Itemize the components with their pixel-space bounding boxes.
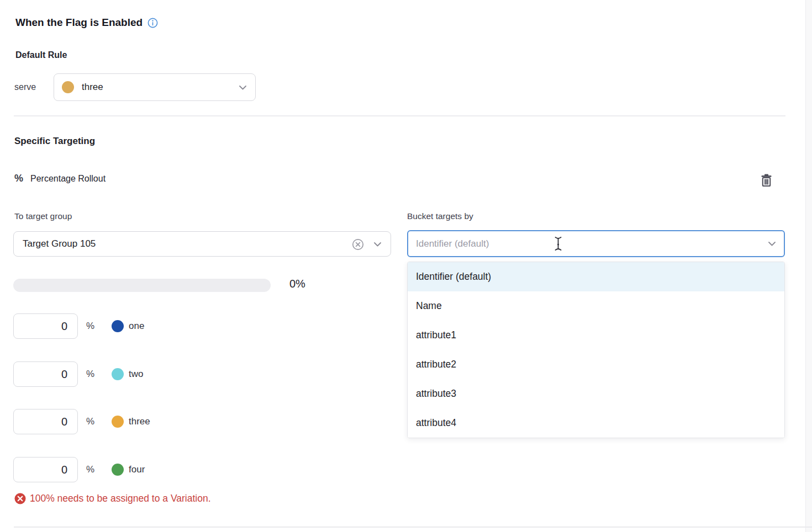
variation-name-label: four xyxy=(129,464,145,475)
menu-item-attribute2[interactable]: attribute2 xyxy=(408,350,784,379)
default-rule-label: Default Rule xyxy=(15,50,67,60)
variation-color-dot xyxy=(112,368,124,380)
percentage-rollout-title: Percentage Rollout xyxy=(30,174,106,184)
percent-unit-label: % xyxy=(86,321,95,332)
variation-color-dot xyxy=(112,320,124,332)
variation-color-dot xyxy=(112,464,124,476)
info-icon[interactable] xyxy=(147,18,158,28)
bucket-targets-by-input[interactable] xyxy=(407,230,785,257)
flag-targeting-panel: When the Flag is Enabled Default Rule se… xyxy=(0,0,812,532)
menu-item-name[interactable]: Name xyxy=(408,291,784,321)
percent-unit-label: % xyxy=(86,416,95,427)
variation-color-dot xyxy=(112,416,124,428)
page-title-text: When the Flag is Enabled xyxy=(15,17,143,29)
variation-row: % four xyxy=(13,457,145,482)
target-group-value: Target Group 105 xyxy=(23,238,96,249)
clear-selection-icon[interactable] xyxy=(352,238,364,251)
bucket-targets-by-label: Bucket targets by xyxy=(407,211,473,221)
bottom-divider xyxy=(14,526,812,528)
variation-row: % three xyxy=(13,409,150,434)
menu-item-attribute4[interactable]: attribute4 xyxy=(408,408,784,438)
validation-error: 100% needs to be assigned to a Variation… xyxy=(14,493,211,504)
bucket-targets-by-field xyxy=(407,230,785,257)
rollout-progress-bar xyxy=(13,279,271,292)
menu-item-identifier-default[interactable]: Identifier (default) xyxy=(408,262,784,291)
to-target-group-label: To target group xyxy=(14,211,72,221)
trash-icon xyxy=(760,173,773,187)
target-group-select[interactable]: Target Group 105 xyxy=(13,231,391,257)
variation-row: % two xyxy=(13,361,143,387)
variation-name-label: one xyxy=(129,321,144,332)
variation-name-label: two xyxy=(129,369,143,380)
section-divider xyxy=(14,115,785,116)
chevron-down-icon xyxy=(374,242,381,247)
bucket-targets-dropdown-menu: Identifier (default) Name attribute1 att… xyxy=(407,262,785,438)
chevron-down-icon xyxy=(239,86,246,90)
variation-weight-input-two[interactable] xyxy=(13,361,78,387)
variation-weight-input-three[interactable] xyxy=(13,409,78,434)
menu-item-attribute3[interactable]: attribute3 xyxy=(408,379,784,408)
variation-weight-input-four[interactable] xyxy=(13,457,78,482)
percent-icon: % xyxy=(14,173,23,184)
default-rule-serve-row: serve three xyxy=(14,73,256,101)
serve-selected-value: three xyxy=(82,82,103,93)
percent-unit-label: % xyxy=(86,464,95,475)
variation-weight-input-one[interactable] xyxy=(13,313,78,339)
menu-item-attribute1[interactable]: attribute1 xyxy=(408,321,784,350)
chevron-down-icon xyxy=(768,242,776,246)
page-title: When the Flag is Enabled xyxy=(15,17,158,29)
specific-targeting-label: Specific Targeting xyxy=(14,136,95,147)
delete-rollout-button[interactable] xyxy=(758,172,774,188)
error-circle-x-icon xyxy=(14,493,26,504)
rollout-progress-label: 0% xyxy=(289,278,305,290)
percent-unit-label: % xyxy=(86,369,95,380)
serve-variation-select[interactable]: three xyxy=(54,73,256,101)
variation-row: % one xyxy=(13,313,144,339)
percentage-rollout-header: % Percentage Rollout xyxy=(14,173,106,184)
serve-label: serve xyxy=(14,82,54,92)
variation-color-dot xyxy=(62,81,74,93)
validation-error-text: 100% needs to be assigned to a Variation… xyxy=(30,493,211,504)
variation-name-label: three xyxy=(129,416,150,427)
panel-right-edge xyxy=(805,0,812,532)
